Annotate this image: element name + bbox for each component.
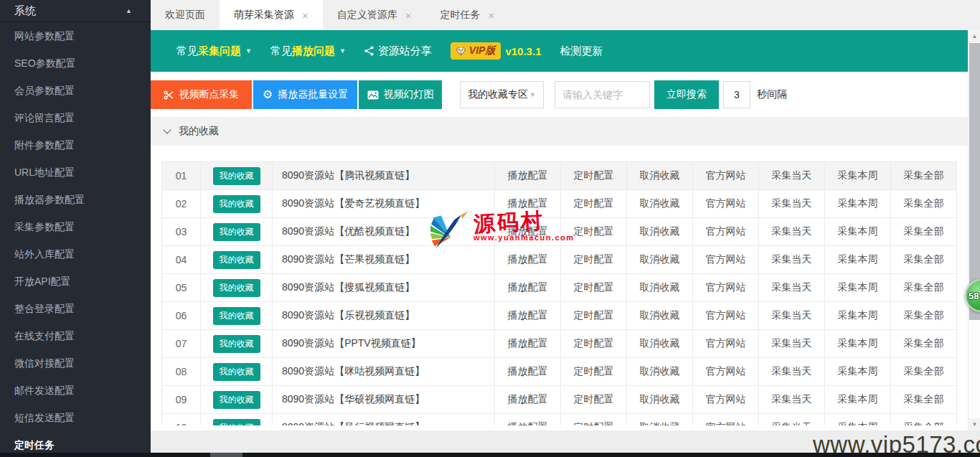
favorites-panel-header[interactable]: 我的收藏 [151,117,968,146]
action-link[interactable]: 采集本周 [825,274,891,301]
vertical-scrollbar-thumb[interactable] [969,43,980,320]
action-link[interactable]: 采集当天 [759,358,825,385]
sidebar-item[interactable]: 邮件发送配置 [0,377,151,404]
search-input[interactable] [555,81,650,108]
horizontal-scrollbar[interactable] [0,453,980,457]
action-link[interactable]: 播放配置 [495,218,561,245]
action-link[interactable]: 官方网站 [693,190,759,217]
action-link[interactable]: 定时配置 [561,246,627,273]
action-link[interactable]: 定时配置 [561,330,627,357]
action-link[interactable]: 采集本周 [825,358,891,385]
sidebar-item[interactable]: 网站参数配置 [0,22,151,50]
scroll-up-icon[interactable]: ▲ [969,30,980,42]
action-link[interactable]: 采集全部 [891,162,957,189]
action-link[interactable]: 播放配置 [495,358,561,385]
action-link[interactable]: 官方网站 [693,358,759,385]
sidebar-item[interactable]: 在线支付配置 [0,322,151,349]
check-update-link[interactable]: 检测更新 [560,44,603,58]
action-link[interactable]: 采集当天 [759,162,825,189]
action-link[interactable]: 取消收藏 [627,386,693,413]
action-link[interactable]: 播放配置 [495,386,561,413]
action-link[interactable]: 采集全部 [891,246,957,273]
action-link[interactable]: 取消收藏 [627,302,693,329]
action-link[interactable]: 采集当天 [759,218,825,245]
scroll-down-icon[interactable]: ▼ [969,418,980,430]
tab[interactable]: 自定义资源库× [323,0,426,30]
action-link[interactable]: 取消收藏 [627,190,693,217]
action-link[interactable]: 采集本周 [825,386,891,413]
action-link[interactable]: 定时配置 [561,274,627,301]
action-link[interactable]: 播放配置 [495,190,561,217]
sidebar-item[interactable]: 采集参数配置 [0,213,151,240]
action-link[interactable]: 采集当天 [759,386,825,413]
action-link[interactable]: 采集当天 [759,330,825,357]
menu-play-faq[interactable]: 常见播放问题 ▼ [270,44,346,58]
action-link[interactable]: 定时配置 [561,302,627,329]
tab[interactable]: 定时任务× [426,0,509,30]
vertical-scrollbar[interactable]: ▲ ▼ [968,30,980,430]
action-link[interactable]: 采集当天 [759,190,825,217]
menu-share-site[interactable]: 资源站分享 [364,44,432,58]
action-link[interactable]: 采集本周 [825,330,891,357]
horizontal-scrollbar-thumb[interactable] [210,453,242,457]
action-link[interactable]: 采集当天 [759,302,825,329]
action-link[interactable]: 采集本周 [825,246,891,273]
action-link[interactable]: 采集全部 [891,386,957,413]
action-link[interactable]: 播放配置 [495,330,561,357]
action-link[interactable]: 官方网站 [693,162,759,189]
action-link[interactable]: 定时配置 [561,218,627,245]
sidebar-item[interactable]: 附件参数配置 [0,131,151,159]
action-link[interactable]: 采集本周 [825,302,891,329]
action-link[interactable]: 采集全部 [891,190,957,217]
action-link[interactable]: 采集当天 [759,274,825,301]
close-icon[interactable]: × [302,10,308,21]
close-icon[interactable]: × [405,10,412,21]
action-link[interactable]: 取消收藏 [627,358,693,385]
action-link[interactable]: 取消收藏 [627,414,693,425]
sidebar-item[interactable]: 评论留言配置 [0,104,151,131]
action-link[interactable]: 采集全部 [891,330,957,357]
player-batch-settings-button[interactable]: ⚙ 播放器批量设置 [253,80,357,109]
action-link[interactable]: 定时配置 [561,414,627,425]
action-link[interactable]: 定时配置 [561,162,627,189]
menu-collect-faq[interactable]: 常见采集问题 ▼ [176,44,252,58]
sidebar-item[interactable]: 整合登录配置 [0,295,151,322]
sidebar-item[interactable]: 开放API配置 [0,268,151,295]
action-link[interactable]: 播放配置 [495,246,561,273]
action-link[interactable]: 采集全部 [891,302,957,329]
action-link[interactable]: 官方网站 [693,246,759,273]
sidebar-item[interactable]: URL地址配置 [0,159,151,186]
action-link[interactable]: 采集本周 [825,162,891,189]
action-link[interactable]: 播放配置 [495,274,561,301]
action-link[interactable]: 播放配置 [495,414,561,425]
close-icon[interactable]: × [489,10,495,21]
tab[interactable]: 欢迎页面 [151,0,220,30]
video-slideshow-button[interactable]: 视频幻灯图 [359,80,442,109]
sidebar-item[interactable]: 播放器参数配置 [0,186,151,213]
tab[interactable]: 萌芽采集资源× [220,0,323,30]
action-link[interactable]: 采集全部 [891,274,957,301]
video-resume-collect-button[interactable]: 视频断点采集 [151,80,252,109]
action-link[interactable]: 采集全部 [891,358,957,385]
action-link[interactable]: 采集全部 [891,218,957,245]
action-link[interactable]: 播放配置 [495,162,561,189]
action-link[interactable]: 采集本周 [825,414,891,425]
action-link[interactable]: 官方网站 [693,330,759,357]
action-link[interactable]: 官方网站 [693,414,759,425]
action-link[interactable]: 取消收藏 [627,274,693,301]
action-link[interactable]: 官方网站 [693,218,759,245]
action-link[interactable]: 官方网站 [693,386,759,413]
sidebar-item[interactable]: 微信对接配置 [0,349,151,377]
sidebar-item[interactable]: 站外入库配置 [0,240,151,268]
sidebar-item[interactable]: 会员参数配置 [0,77,151,104]
action-link[interactable]: 定时配置 [561,190,627,217]
action-link[interactable]: 取消收藏 [627,218,693,245]
action-link[interactable]: 定时配置 [561,386,627,413]
action-link[interactable]: 采集当天 [759,246,825,273]
favorites-zone-select[interactable]: 我的收藏专区 ▼ [460,81,544,108]
action-link[interactable]: 定时配置 [561,358,627,385]
action-link[interactable]: 取消收藏 [627,330,693,357]
action-link[interactable]: 采集本周 [825,218,891,245]
action-link[interactable]: 官方网站 [693,274,759,301]
search-button[interactable]: 立即搜索 [654,80,719,109]
